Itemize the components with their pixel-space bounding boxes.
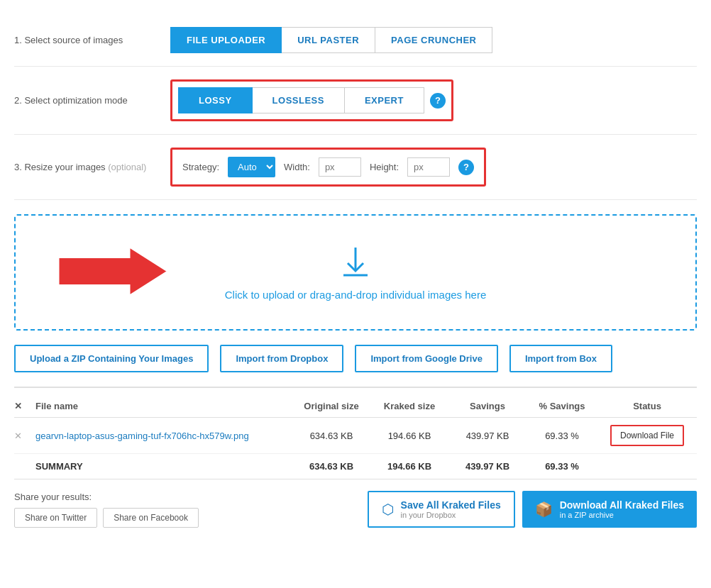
summary-pct-savings: 69.33 % (527, 461, 597, 472)
dropbox-save-text: Save All Kraked Files in your Dropbox (401, 499, 501, 519)
gdrive-import-button[interactable]: Import from Google Drive (355, 345, 497, 372)
upload-text: Click to upload or drag-and-drop individ… (225, 289, 487, 301)
upload-buttons-row: Upload a ZIP Containing Your Images Impo… (14, 345, 697, 372)
dropbox-save-main: Save All Kraked Files (401, 499, 501, 511)
table-row: ✕ gearvn-laptop-asus-gaming-tuf-fx706hc-… (14, 418, 697, 454)
facebook-share-button[interactable]: Share on Facebook (103, 508, 199, 528)
resize-box: Strategy: Auto Width: Height: ? (170, 148, 486, 187)
row-close-icon[interactable]: ✕ (14, 431, 35, 441)
width-input[interactable] (319, 157, 361, 177)
share-buttons: Share on Twitter Share on Facebook (14, 508, 199, 528)
page-cruncher-button[interactable]: PAGE CRUNCHER (375, 27, 492, 53)
download-all-main: Download All Kraked Files (560, 499, 684, 511)
header-original-size: Original size (292, 401, 370, 411)
bottom-section: Share your results: Share on Twitter Sha… (14, 479, 697, 528)
header-kraked-size: Kraked size (370, 401, 448, 411)
summary-savings: 439.97 KB (448, 461, 527, 472)
step1-label: 1. Select source of images (14, 35, 170, 45)
upload-icon (338, 244, 373, 282)
svg-marker-0 (58, 247, 168, 296)
dropbox-save-button[interactable]: ⬡ Save All Kraked Files in your Dropbox (368, 491, 515, 528)
zip-upload-button[interactable]: Upload a ZIP Containing Your Images (14, 345, 209, 372)
summary-kraked-size: 194.66 KB (370, 461, 448, 472)
header-status: Status (597, 401, 697, 411)
header-x: ✕ (14, 401, 35, 411)
optimization-mode-box: LOSSY LOSSLESS EXPERT ? (170, 79, 453, 121)
table-header: ✕ File name Original size Kraked size Sa… (14, 395, 697, 418)
twitter-share-button[interactable]: Share on Twitter (14, 508, 97, 528)
strategy-select[interactable]: Auto (228, 157, 275, 177)
share-section: Share your results: Share on Twitter Sha… (14, 492, 199, 528)
lossless-button[interactable]: LOSSLESS (253, 87, 345, 113)
share-label: Share your results: (14, 492, 199, 502)
row-status: Download File (597, 425, 697, 446)
download-zip-icon: 📦 (535, 501, 553, 518)
height-label: Height: (370, 162, 399, 172)
row-savings: 439.97 KB (448, 431, 527, 441)
resize-help-icon[interactable]: ? (458, 160, 474, 175)
arrow-indicator (58, 243, 172, 302)
download-all-sub: in a ZIP archive (560, 511, 684, 519)
step2-label: 2. Select optimization mode (14, 95, 170, 106)
row-kraked-size: 194.66 KB (370, 431, 448, 441)
header-savings: Savings (448, 401, 527, 411)
upload-dropzone[interactable]: Click to upload or drag-and-drop individ… (14, 214, 697, 331)
lossy-button[interactable]: LOSSY (178, 87, 253, 113)
download-all-text: Download All Kraked Files in a ZIP archi… (560, 499, 684, 519)
summary-original-size: 634.63 KB (292, 461, 370, 472)
row-filename: gearvn-laptop-asus-gaming-tuf-fx706hc-hx… (35, 431, 292, 441)
source-buttons: FILE UPLOADER URL PASTER PAGE CRUNCHER (170, 27, 492, 53)
strategy-label: Strategy: (182, 162, 219, 172)
width-label: Width: (284, 162, 310, 172)
file-uploader-button[interactable]: FILE UPLOADER (170, 27, 282, 53)
download-all-button[interactable]: 📦 Download All Kraked Files in a ZIP arc… (522, 491, 697, 528)
header-filename: File name (35, 401, 292, 411)
height-input[interactable] (407, 157, 450, 177)
opt-buttons: LOSSY LOSSLESS EXPERT (178, 87, 424, 113)
url-paster-button[interactable]: URL PASTER (282, 27, 375, 53)
header-pct-savings: % Savings (527, 401, 597, 411)
row-pct-savings: 69.33 % (527, 431, 597, 441)
summary-label: SUMMARY (35, 461, 292, 472)
dropbox-save-sub: in your Dropbox (401, 511, 501, 519)
box-import-button[interactable]: Import from Box (509, 345, 612, 372)
download-file-button[interactable]: Download File (610, 425, 684, 446)
action-buttons: ⬡ Save All Kraked Files in your Dropbox … (368, 491, 697, 528)
results-section: ✕ File name Original size Kraked size Sa… (14, 387, 697, 479)
dropbox-import-button[interactable]: Import from Dropbox (220, 345, 343, 372)
dropbox-icon: ⬡ (382, 501, 394, 518)
step3-label: 3. Resize your images (optional) (14, 162, 170, 172)
row-original-size: 634.63 KB (292, 431, 370, 441)
expert-button[interactable]: EXPERT (345, 87, 424, 113)
summary-row: SUMMARY 634.63 KB 194.66 KB 439.97 KB 69… (14, 454, 697, 479)
opt-help-icon[interactable]: ? (430, 93, 446, 109)
